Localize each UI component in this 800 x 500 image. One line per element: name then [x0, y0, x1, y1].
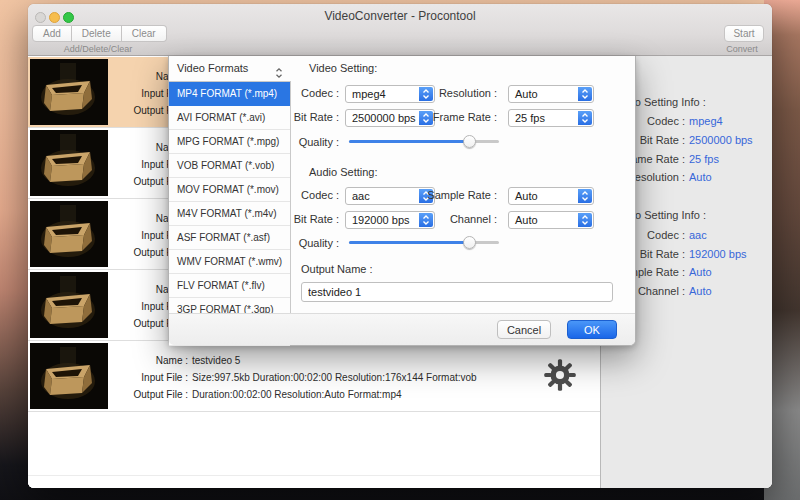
framerate-dropdown[interactable]: 25 fps — [508, 109, 594, 127]
audio-codec-dropdown[interactable]: aac — [345, 187, 435, 205]
stepper-icon — [578, 87, 592, 101]
info-value: aac — [689, 229, 707, 241]
name-value: testvideo 5 — [192, 355, 240, 366]
samplerate-label: Sample Rate : — [427, 189, 497, 201]
slider-thumb[interactable] — [463, 135, 476, 148]
row-name-line: Name :testvideo 5 — [112, 355, 592, 368]
info-value: Auto — [689, 285, 712, 297]
input-file-value: Size:997.5kb Duration:00:02:00 Resolutio… — [192, 372, 477, 383]
format-item-asf[interactable]: ASF FORMAT (*.asf) — [169, 226, 290, 250]
video-bitrate-dropdown[interactable]: 2500000 bps — [345, 109, 435, 127]
stepper-icon — [419, 87, 433, 101]
framerate-value: 25 fps — [515, 112, 545, 124]
window-header: VideoConverter - Procontool Add Delete C… — [28, 4, 772, 56]
info-value: 2500000 bps — [689, 134, 753, 146]
audio-codec-label: Codec : — [301, 189, 339, 201]
format-list-column: Video Formats MP4 FORMAT (*.mp4) AVI FOR… — [169, 56, 291, 345]
stepper-icon — [578, 189, 592, 203]
cancel-button[interactable]: Cancel — [497, 320, 551, 339]
audio-bitrate-label: Bit Rate : — [294, 213, 339, 225]
video-formats-dropdown[interactable]: Video Formats — [169, 56, 291, 82]
channel-value: Auto — [515, 214, 538, 226]
channel-label: Channel : — [450, 213, 497, 225]
format-item-flv[interactable]: FLV FORMAT (*.flv) — [169, 274, 290, 298]
format-item-vob[interactable]: VOB FORMAT (*.vob) — [169, 154, 290, 178]
format-settings-dialog: Video Formats MP4 FORMAT (*.mp4) AVI FOR… — [168, 56, 636, 346]
resolution-value: Auto — [515, 88, 538, 100]
row-input-line: Input File :Size:997.5kb Duration:00:02:… — [112, 372, 592, 385]
audio-bitrate-dropdown[interactable]: 192000 bps — [345, 211, 435, 229]
framerate-label: Frame Rate : — [433, 111, 497, 123]
channel-dropdown[interactable]: Auto — [508, 211, 594, 229]
video-quality-slider[interactable] — [349, 135, 499, 148]
format-item-mpg[interactable]: MPG FORMAT (*.mpg) — [169, 130, 290, 154]
window-title: VideoConverter - Procontool — [28, 9, 772, 23]
video-thumbnail — [30, 201, 108, 267]
video-thumbnail — [30, 59, 108, 125]
resolution-label: Resolution : — [439, 87, 497, 99]
add-delete-clear-segmented-control: Add Delete Clear — [32, 25, 167, 42]
audio-setting-title: Audio Setting: — [309, 166, 378, 178]
format-item-mov[interactable]: MOV FORMAT (*.mov) — [169, 178, 290, 202]
stepper-icon — [419, 213, 433, 227]
video-formats-label: Video Formats — [177, 62, 248, 74]
input-file-label: Input File : — [112, 372, 188, 383]
info-value: 25 fps — [689, 153, 719, 165]
format-item-wmv[interactable]: WMV FORMAT (*.wmv) — [169, 250, 290, 274]
info-value: Auto — [689, 171, 712, 183]
ok-button[interactable]: OK — [567, 320, 617, 339]
video-bitrate-label: Bit Rate : — [294, 111, 339, 123]
name-label: Name : — [112, 355, 188, 366]
video-row-5[interactable]: Name :testvideo 5 Input File :Size:997.5… — [28, 341, 600, 412]
stepper-icon — [419, 111, 433, 125]
slider-fill — [349, 140, 469, 143]
window-content: Name : Input File : Output File : Name :… — [28, 56, 772, 488]
audio-codec-value: aac — [352, 190, 370, 202]
slider-thumb[interactable] — [463, 236, 476, 249]
video-setting-title: Video Setting: — [309, 62, 377, 74]
dialog-footer: Cancel OK — [169, 313, 635, 345]
video-bitrate-value: 2500000 bps — [352, 112, 416, 124]
output-file-value: Duration:00:02:00 Resolution:Auto Format… — [192, 389, 402, 400]
audio-quality-slider[interactable] — [349, 236, 499, 249]
info-value: 192000 bps — [689, 248, 747, 260]
video-codec-label: Codec : — [301, 87, 339, 99]
info-value: Auto — [689, 266, 712, 278]
toolbar-group-caption: Add/Delete/Clear — [32, 44, 164, 54]
format-item-avi[interactable]: AVI FORMAT (*.avi) — [169, 106, 290, 130]
video-codec-dropdown[interactable]: mpeg4 — [345, 85, 435, 103]
row-settings-gear-icon[interactable] — [542, 357, 578, 395]
row-output-line: Output File :Duration:00:02:00 Resolutio… — [112, 389, 592, 402]
convert-caption: Convert — [720, 44, 764, 54]
stepper-icon — [578, 213, 592, 227]
add-button[interactable]: Add — [32, 25, 72, 42]
output-name-input[interactable] — [301, 282, 613, 302]
samplerate-value: Auto — [515, 190, 538, 202]
slider-fill — [349, 241, 469, 244]
start-convert-button[interactable]: Start — [724, 25, 764, 42]
video-quality-label: Quality : — [299, 136, 339, 148]
format-item-m4v[interactable]: M4V FORMAT (*.m4v) — [169, 202, 290, 226]
resolution-dropdown[interactable]: Auto — [508, 85, 594, 103]
stepper-icon — [578, 111, 592, 125]
video-thumbnail — [30, 272, 108, 338]
output-file-label: Output File : — [112, 389, 188, 400]
audio-quality-label: Quality : — [299, 237, 339, 249]
samplerate-dropdown[interactable]: Auto — [508, 187, 594, 205]
video-codec-value: mpeg4 — [352, 88, 386, 100]
video-thumbnail — [30, 343, 108, 409]
info-value: mpeg4 — [689, 115, 723, 127]
video-thumbnail — [30, 130, 108, 196]
format-item-mp4[interactable]: MP4 FORMAT (*.mp4) — [169, 82, 290, 106]
output-name-label: Output Name : — [301, 263, 373, 275]
delete-button[interactable]: Delete — [72, 25, 122, 42]
audio-bitrate-value: 192000 bps — [352, 214, 410, 226]
clear-button[interactable]: Clear — [122, 25, 167, 42]
app-window: VideoConverter - Procontool Add Delete C… — [28, 4, 772, 488]
list-bottom-bar — [28, 475, 600, 488]
